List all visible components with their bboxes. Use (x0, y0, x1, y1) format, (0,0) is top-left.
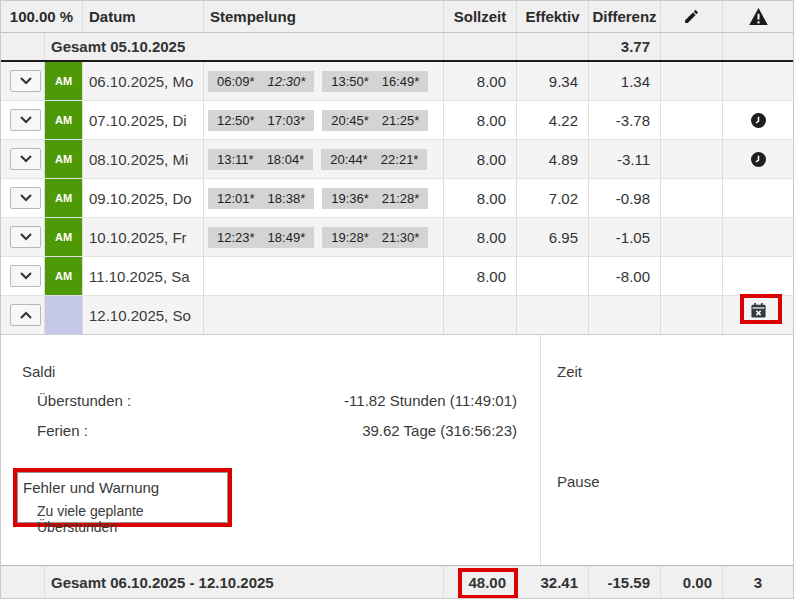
total-warnings: 3 (723, 566, 793, 598)
table-row: AM 11.10.2025, Sa 8.00 -8.00 (1, 257, 793, 296)
zeit-label: Zeit (557, 363, 793, 380)
expand-row-button[interactable] (10, 70, 41, 92)
sollzeit-value: 8.00 (444, 218, 517, 256)
saldo-label: Ferien : (37, 416, 88, 446)
effektiv-value: 7.02 (517, 179, 589, 217)
saldo-value: 39.62 Tage (316:56:23) (362, 416, 517, 446)
column-header-datum: Datum (83, 1, 204, 32)
stamp-out: 18:38* (268, 191, 306, 206)
previous-week-differenz: 3.77 (589, 33, 661, 60)
collapse-row-button[interactable] (10, 304, 41, 326)
effektiv-value: 4.22 (517, 101, 589, 139)
stamp-in: 12:01* (217, 191, 255, 206)
sollzeit-value (444, 296, 517, 334)
time-tracking-week-view: 100.00 % Datum Stempelung Sollzeit Effek… (0, 0, 794, 599)
time-stamp-pair[interactable]: 12:50* 17:03* (208, 110, 314, 131)
sollzeit-value: 8.00 (444, 101, 517, 139)
saldo-line: Überstunden : -11.82 Stunden (11:49:01) (37, 386, 517, 416)
differenz-value: -8.00 (589, 257, 661, 295)
time-stamp-pair[interactable]: 12:23* 18:49* (208, 227, 314, 248)
total-differenz: -15.59 (589, 566, 661, 598)
stamp-in: 13:50* (331, 74, 369, 89)
sollzeit-value: 8.00 (444, 257, 517, 295)
table-row: AM 09.10.2025, Do 12:01* 18:38* 19:36* 2… (1, 179, 793, 218)
error-item: Zu viele geplante Überstunden (37, 503, 227, 535)
stamp-out: 21:25* (382, 113, 420, 128)
differenz-value: -1.05 (589, 218, 661, 256)
total-edited: 0.00 (661, 566, 723, 598)
row-date: 08.10.2025, Mi (83, 140, 204, 178)
time-stamp-pair[interactable]: 19:28* 21:30* (322, 227, 428, 248)
week-total-row: Gesamt 06.10.2025 - 12.10.2025 48.00 32.… (1, 565, 793, 598)
effektiv-value (517, 296, 589, 334)
errors-title: Fehler und Warnung (23, 479, 227, 496)
expand-row-button[interactable] (10, 148, 41, 170)
expand-row-button[interactable] (10, 226, 41, 248)
effektiv-value: 6.95 (517, 218, 589, 256)
previous-week-summary-row: Gesamt 05.10.2025 3.77 (1, 33, 793, 62)
stamp-in: 12:23* (217, 230, 255, 245)
table-row: AM 07.10.2025, Di 12:50* 17:03* 20:45* 2… (1, 101, 793, 140)
table-row-expanded: 12.10.2025, So (1, 296, 793, 334)
pause-label: Pause (557, 473, 793, 490)
errors-warnings-section: Fehler und Warnung Zu viele geplante Übe… (17, 472, 228, 523)
pencil-icon (683, 8, 700, 25)
shift-badge: AM (45, 140, 82, 178)
zeit-pause-section: Zeit Pause (541, 335, 793, 565)
stamp-out: 22:21* (381, 152, 419, 167)
table-row: AM 10.10.2025, Fr 12:23* 18:49* 19:28* 2… (1, 218, 793, 257)
differenz-value (589, 296, 661, 334)
row-date: 11.10.2025, Sa (83, 257, 204, 295)
saldo-value: -11.82 Stunden (11:49:01) (344, 386, 517, 416)
annotation-box-errors: Fehler und Warnung Zu viele geplante Übe… (13, 468, 232, 527)
stamp-out: 12:30* (268, 74, 306, 89)
column-header-edit (661, 1, 723, 32)
time-stamp-pair[interactable]: 13:50* 16:49* (322, 71, 428, 92)
chevron-up-icon (20, 311, 32, 319)
workload-percent: 100.00 % (1, 1, 83, 32)
stamp-out: 21:28* (382, 191, 420, 206)
shift-badge: AM (45, 62, 82, 100)
shift-badge: AM (45, 179, 82, 217)
row-date: 06.10.2025, Mo (83, 62, 204, 100)
shift-badge: AM (45, 257, 82, 295)
time-stamp-pair[interactable]: 19:36* 21:28* (322, 188, 428, 209)
stamp-in: 19:36* (331, 191, 369, 206)
stamp-out: 17:03* (268, 113, 306, 128)
clock-icon (751, 152, 766, 167)
chevron-down-icon (20, 233, 32, 241)
table-row: AM 06.10.2025, Mo 06:09* 12:30* 13:50* 1… (1, 62, 793, 101)
chevron-down-icon (20, 77, 32, 85)
stamp-in: 13:11* (217, 152, 254, 167)
time-stamp-pair[interactable]: 20:44* 22:21* (321, 149, 427, 170)
column-header-warnings (723, 1, 793, 32)
week-total-label: Gesamt 06.10.2025 - 12.10.2025 (45, 566, 444, 598)
effektiv-value (517, 257, 589, 295)
column-header-sollzeit: Sollzeit (444, 1, 517, 32)
expand-row-button[interactable] (10, 265, 41, 287)
stamp-out: 18:04* (267, 152, 305, 167)
shift-badge (45, 296, 82, 334)
differenz-value: -0.98 (589, 179, 661, 217)
stamp-in: 06:09* (217, 74, 255, 89)
stamp-in: 12:50* (217, 113, 255, 128)
time-stamp-pair[interactable]: 12:01* 18:38* (208, 188, 314, 209)
differenz-value: 1.34 (589, 62, 661, 100)
shift-badge: AM (45, 218, 82, 256)
time-stamp-pair[interactable]: 13:11* 18:04* (208, 149, 313, 170)
table-row: AM 08.10.2025, Mi 13:11* 18:04* 20:44* 2… (1, 140, 793, 179)
row-date: 09.10.2025, Do (83, 179, 204, 217)
chevron-down-icon (20, 194, 32, 202)
saldo-label: Überstunden : (37, 386, 131, 416)
saldi-title: Saldi (22, 363, 540, 380)
expand-row-button[interactable] (10, 109, 41, 131)
expand-row-button[interactable] (10, 187, 41, 209)
sollzeit-value: 8.00 (444, 140, 517, 178)
stamp-in: 20:45* (331, 113, 369, 128)
stamp-in: 19:28* (331, 230, 369, 245)
chevron-down-icon (20, 116, 32, 124)
shift-badge: AM (45, 101, 82, 139)
time-stamp-pair[interactable]: 06:09* 12:30* (208, 71, 314, 92)
time-stamp-pair[interactable]: 20:45* 21:25* (322, 110, 428, 131)
calendar-x-icon (750, 302, 767, 319)
